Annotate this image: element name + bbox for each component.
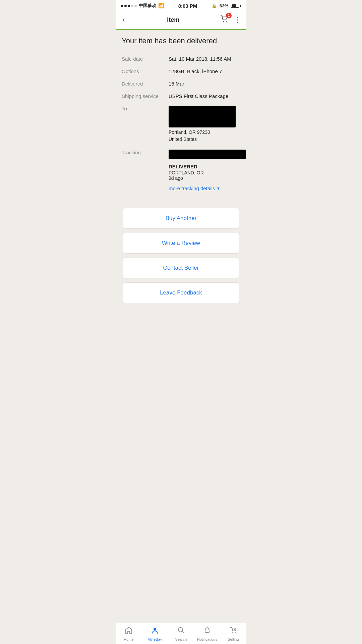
battery-percent: 63%: [220, 3, 228, 8]
wifi-icon: 📶: [158, 3, 164, 8]
svg-line-4: [182, 632, 184, 634]
notification-icon: [203, 627, 211, 636]
tracking-city: PORTLAND, OR: [169, 170, 246, 175]
selling-icon: [230, 627, 237, 636]
svg-point-2: [154, 628, 156, 631]
back-button[interactable]: ‹: [121, 14, 126, 25]
dot1: [121, 5, 123, 7]
tab-bar: Home My eBay Search Notification: [116, 623, 246, 644]
dot5: [134, 5, 137, 7]
tracking-row: Tracking DELIVERED PORTLAND, OR 9d ago m…: [122, 146, 240, 203]
sale-date-row: Sale date Sat, 10 Mar 2018, 11:56 AM: [122, 53, 240, 65]
order-info-table: Sale date Sat, 10 Mar 2018, 11:56 AM Opt…: [122, 53, 240, 203]
redacted-name: [169, 106, 236, 127]
address-line2: United States: [169, 136, 240, 143]
dot2: [124, 5, 127, 7]
tab-myebay[interactable]: My eBay: [142, 627, 168, 641]
myebay-icon: [151, 627, 159, 636]
contact-seller-button[interactable]: Contact Seller: [123, 258, 239, 278]
svg-point-1: [226, 21, 227, 22]
home-icon: [125, 627, 132, 636]
action-buttons: Buy Another Write a Review Contact Selle…: [122, 208, 240, 311]
status-right: 🔒 63%: [212, 3, 241, 8]
options-row: Options 128GB, Black, iPhone 7: [122, 65, 240, 77]
status-bar: 中国移动 📶 8:03 PM 🔒 63%: [116, 0, 246, 11]
shipping-service-row: Shipping service USPS First Class Packag…: [122, 90, 240, 102]
delivered-row: Delivered 15 Mar: [122, 77, 240, 90]
delivered-value: 15 Mar: [169, 81, 240, 87]
tab-search[interactable]: Search: [168, 627, 194, 641]
cart-button[interactable]: 1: [220, 15, 229, 25]
dot3: [128, 5, 130, 7]
delivery-title: Your item has been delivered: [122, 37, 240, 45]
svg-point-0: [223, 21, 224, 22]
write-review-button[interactable]: Write a Review: [123, 233, 239, 254]
tab-selling-label: Selling: [228, 637, 239, 641]
nav-right: 1 ⋮: [220, 15, 241, 25]
carrier-label: 中国移动: [139, 3, 156, 9]
nav-title: Item: [167, 16, 179, 23]
options-label: Options: [122, 68, 169, 74]
to-address: Portland, OR 97230 United States: [169, 106, 240, 143]
to-label: To: [122, 106, 169, 111]
tab-home[interactable]: Home: [116, 627, 142, 641]
buy-another-button[interactable]: Buy Another: [123, 208, 239, 229]
signal-dots: [121, 5, 137, 7]
tracking-status: DELIVERED: [169, 164, 246, 169]
tab-notifications[interactable]: Notifications: [194, 627, 220, 641]
leave-feedback-button[interactable]: Leave Feedback: [123, 282, 239, 303]
search-icon: [177, 627, 185, 636]
tab-selling[interactable]: Selling: [220, 627, 246, 641]
tracking-info: DELIVERED PORTLAND, OR 9d ago more track…: [169, 150, 246, 199]
redacted-tracking-number: [169, 150, 246, 159]
to-row: To Portland, OR 97230 United States: [122, 102, 240, 146]
tab-notifications-label: Notifications: [197, 637, 217, 641]
svg-point-7: [235, 632, 236, 633]
more-tracking-link[interactable]: more tracking details ▼: [169, 185, 246, 191]
tab-search-label: Search: [175, 637, 187, 641]
more-button[interactable]: ⋮: [234, 15, 241, 24]
status-time: 8:03 PM: [178, 3, 197, 9]
tracking-time: 9d ago: [169, 175, 246, 181]
options-value: 128GB, Black, iPhone 7: [169, 68, 240, 74]
svg-point-6: [232, 632, 233, 633]
sale-date-value: Sat, 10 Mar 2018, 11:56 AM: [169, 56, 240, 62]
tab-myebay-label: My eBay: [148, 637, 162, 641]
lock-icon: 🔒: [212, 3, 217, 8]
shipping-service-value: USPS First Class Package: [169, 93, 240, 99]
address-line1: Portland, OR 97230: [169, 129, 240, 136]
tracking-label: Tracking: [122, 150, 169, 155]
dot4: [131, 5, 133, 7]
tab-home-label: Home: [124, 637, 133, 641]
delivered-label: Delivered: [122, 81, 169, 87]
cart-badge: 1: [226, 13, 232, 18]
sale-date-label: Sale date: [122, 56, 169, 62]
chevron-down-icon: ▼: [216, 186, 220, 191]
battery-icon: [231, 4, 241, 8]
shipping-service-label: Shipping service: [122, 93, 169, 99]
status-left: 中国移动 📶: [121, 3, 164, 9]
nav-bar: ‹ Item 1 ⋮: [116, 11, 246, 30]
main-content: Your item has been delivered Sale date S…: [116, 30, 246, 311]
